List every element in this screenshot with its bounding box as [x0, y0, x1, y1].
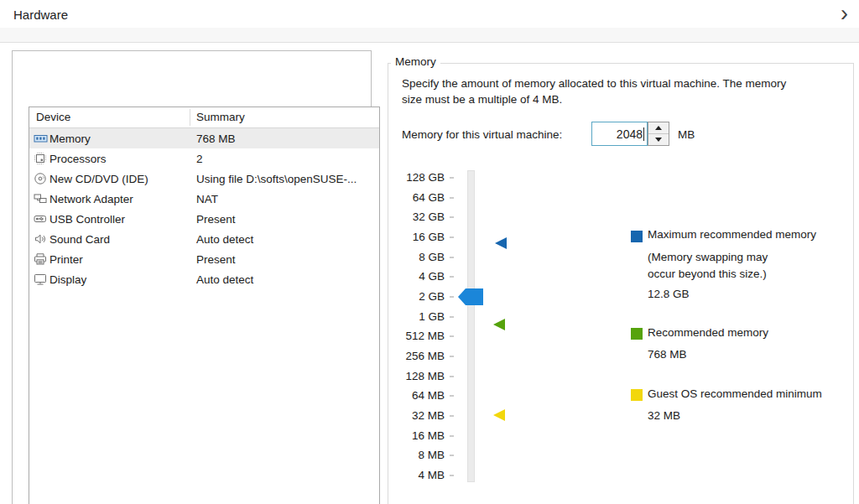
memory-slider-track[interactable]	[467, 170, 475, 482]
device-name: Memory	[49, 132, 91, 145]
scale-label: 16 MB	[369, 429, 445, 444]
column-header-summary: Summary	[196, 111, 245, 123]
scale-label: 256 MB	[369, 349, 445, 364]
memory-group-label: Memory	[391, 55, 440, 68]
scale-tick	[450, 356, 454, 357]
scale-label: 64 MB	[369, 388, 445, 403]
scale-tick	[450, 395, 454, 397]
scale-tick	[450, 376, 454, 377]
memory-description-line1: Specify the amount of memory allocated t…	[402, 75, 786, 91]
device-summary: 2	[196, 153, 203, 165]
hardware-dialog: Hardware › Device Summary Memory768 MBPr…	[0, 0, 859, 504]
scale-label: 128 GB	[369, 170, 445, 185]
processors-icon	[33, 152, 48, 165]
display-icon	[33, 273, 48, 286]
device-name: Sound Card	[49, 233, 110, 246]
scale-tick	[450, 177, 454, 179]
memory-input-label: Memory for this virtual machine:	[402, 128, 562, 141]
scale-label: 32 MB	[369, 408, 445, 423]
scale-label: 2 GB	[369, 289, 445, 304]
scale-tick	[450, 455, 454, 456]
legend-value-guest-os-minimum: 32 MB	[648, 409, 680, 422]
table-row[interactable]: PrinterPresent	[29, 249, 379, 269]
scale-tick	[450, 316, 454, 318]
cd-dvd-icon	[33, 172, 48, 185]
legend-label-max-recommended: Maximum recommended memory	[648, 228, 816, 241]
memory-icon	[33, 132, 48, 145]
device-summary: 768 MB	[196, 132, 236, 145]
table-header: Device Summary	[29, 107, 379, 128]
scale-tick	[450, 197, 454, 199]
device-name: Printer	[49, 253, 83, 266]
scale-label: 8 GB	[369, 250, 445, 265]
max-recommended-marker-icon	[495, 237, 507, 249]
table-row[interactable]: DisplayAuto detect	[29, 269, 379, 289]
legend-note-line2: occur beyond this size.)	[648, 268, 767, 280]
scale-tick	[450, 475, 454, 476]
column-header-device: Device	[36, 111, 70, 123]
table-row[interactable]: Sound CardAuto detect	[29, 229, 379, 249]
usb-controller-icon	[33, 212, 48, 226]
scale-label: 4 MB	[369, 468, 445, 483]
legend-swatch-recommended	[631, 328, 643, 340]
memory-input[interactable]: 2048	[591, 122, 648, 146]
device-summary: Using file D:\softs\openSUSE-...	[196, 173, 357, 185]
scale-tick	[450, 296, 454, 298]
scale-tick	[450, 216, 454, 218]
scale-label: 512 MB	[369, 329, 445, 344]
device-summary: Auto detect	[196, 233, 253, 246]
device-table: Device Summary Memory768 MBProcessors2Ne…	[29, 107, 380, 504]
legend-label-recommended: Recommended memory	[648, 326, 768, 339]
scale-tick	[450, 435, 454, 437]
device-name: Display	[49, 273, 86, 286]
legend-value-recommended: 768 MB	[648, 348, 687, 361]
legend-label-guest-os-minimum: Guest OS recommended minimum	[648, 387, 822, 400]
scale-tick	[450, 276, 454, 278]
scale-label: 16 GB	[369, 230, 445, 245]
legend-value-max-recommended: 12.8 GB	[648, 288, 690, 300]
device-summary: Present	[196, 253, 236, 266]
arrow-down-icon	[655, 138, 662, 142]
device-name: New CD/DVD (IDE)	[49, 173, 148, 185]
spin-down-button[interactable]	[648, 134, 669, 145]
table-row[interactable]: Memory768 MB	[29, 128, 379, 148]
device-list-panel: Device Summary Memory768 MBProcessors2Ne…	[12, 50, 372, 504]
device-name: Processors	[49, 153, 107, 165]
printer-icon	[33, 252, 48, 266]
scale-tick	[450, 236, 454, 238]
scale-label: 8 MB	[369, 448, 445, 463]
table-row[interactable]: Processors2	[29, 148, 379, 169]
memory-spinner	[648, 122, 669, 146]
column-separator	[190, 109, 190, 126]
scale-label: 32 GB	[369, 210, 445, 225]
device-summary: Auto detect	[196, 273, 253, 286]
memory-unit-label: MB	[678, 128, 695, 141]
network-adapter-icon	[33, 192, 48, 205]
scale-tick	[450, 415, 454, 417]
device-rows: Memory768 MBProcessors2New CD/DVD (IDE)U…	[29, 128, 379, 289]
scroll-right-chevron-icon[interactable]: ›	[841, 2, 848, 25]
scale-label: 64 GB	[369, 190, 445, 205]
device-name: USB Controller	[49, 213, 125, 226]
table-row[interactable]: New CD/DVD (IDE)Using file D:\softs\open…	[29, 169, 379, 189]
device-summary: NAT	[196, 193, 218, 205]
legend-swatch-guest-os-minimum	[631, 389, 643, 401]
table-row[interactable]: Network AdapterNAT	[29, 189, 379, 209]
table-row[interactable]: USB ControllerPresent	[29, 209, 379, 229]
scale-label: 128 MB	[369, 369, 445, 384]
scale-label: 4 GB	[369, 269, 445, 284]
spin-up-button[interactable]	[648, 122, 669, 134]
recommended-marker-icon	[493, 319, 505, 330]
guest-os-minimum-marker-icon	[493, 409, 505, 421]
text-caret	[643, 127, 644, 141]
legend-swatch-max-recommended	[631, 231, 643, 242]
legend-note-line1: (Memory swapping may	[648, 251, 768, 263]
scale-tick	[450, 257, 454, 258]
scale-tick	[450, 335, 454, 337]
page-title: Hardware	[13, 8, 68, 22]
device-name: Network Adapter	[49, 193, 133, 205]
tab-strip	[0, 28, 859, 43]
scale-label: 1 GB	[369, 309, 445, 325]
memory-input-value: 2048	[617, 127, 643, 141]
device-summary: Present	[196, 213, 236, 226]
